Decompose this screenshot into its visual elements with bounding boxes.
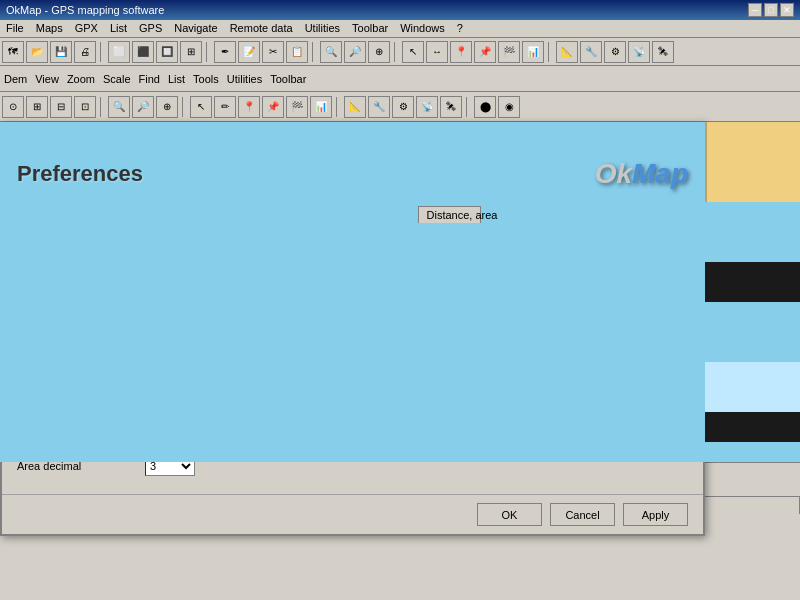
tb3-btn-10[interactable]: 📍 xyxy=(238,96,260,118)
tb3-btn-19[interactable]: ⬤ xyxy=(474,96,496,118)
cancel-button[interactable]: Cancel xyxy=(550,503,615,526)
tb-btn-8[interactable]: ⊞ xyxy=(180,41,202,63)
tb-btn-1[interactable]: 🗺 xyxy=(2,41,24,63)
tb-btn-10[interactable]: 📝 xyxy=(238,41,260,63)
minimize-button[interactable]: ─ xyxy=(748,3,762,17)
tb3-btn-9[interactable]: ✏ xyxy=(214,96,236,118)
toolbar-2: Dem View Zoom Scale Find List Tools Util… xyxy=(0,66,800,92)
tb-btn-2[interactable]: 📂 xyxy=(26,41,48,63)
dialog-header-title: Preferences xyxy=(17,161,143,187)
menu-remote-data[interactable]: Remote data xyxy=(228,22,295,35)
tb-btn-26[interactable]: 🛰 xyxy=(652,41,674,63)
menu-gps[interactable]: GPS xyxy=(137,22,164,35)
tb3-btn-1[interactable]: ⊙ xyxy=(2,96,24,118)
tb-btn-21[interactable]: 📊 xyxy=(522,41,544,63)
tb2-list[interactable]: List xyxy=(168,73,185,85)
menu-utilities[interactable]: Utilities xyxy=(303,22,342,35)
map-block-1 xyxy=(705,122,800,202)
window-title: OkMap - GPS mapping software xyxy=(6,4,164,16)
apply-button[interactable]: Apply xyxy=(623,503,688,526)
tb2-find[interactable]: Find xyxy=(139,73,160,85)
ok-button[interactable]: OK xyxy=(477,503,542,526)
logo-map-text: Map xyxy=(632,158,688,189)
logo-ok-text: Ok xyxy=(595,158,632,189)
tb3-btn-4[interactable]: ⊡ xyxy=(74,96,96,118)
tb2-utilities[interactable]: Utilities xyxy=(227,73,262,85)
tb3-sep-1 xyxy=(100,97,104,117)
menu-help[interactable]: ? xyxy=(455,22,465,35)
tb3-sep-3 xyxy=(336,97,340,117)
toolbar-3: ⊙ ⊞ ⊟ ⊡ 🔍 🔎 ⊕ ↖ ✏ 📍 📌 🏁 📊 📐 🔧 ⚙ 📡 🛰 ⬤ ◉ xyxy=(0,92,800,122)
tb-btn-7[interactable]: 🔲 xyxy=(156,41,178,63)
close-button[interactable]: ✕ xyxy=(780,3,794,17)
tb2-scale[interactable]: Scale xyxy=(103,73,131,85)
menu-navigate[interactable]: Navigate xyxy=(172,22,219,35)
tb-btn-4[interactable]: 🖨 xyxy=(74,41,96,63)
tb3-btn-18[interactable]: 🛰 xyxy=(440,96,462,118)
map-block-4 xyxy=(705,302,800,362)
tb3-btn-2[interactable]: ⊞ xyxy=(26,96,48,118)
right-panel-blocks xyxy=(705,122,800,462)
tb3-btn-17[interactable]: 📡 xyxy=(416,96,438,118)
toolbar-sep-2 xyxy=(206,42,210,62)
tb-btn-25[interactable]: 📡 xyxy=(628,41,650,63)
tb-btn-22[interactable]: 📐 xyxy=(556,41,578,63)
toolbar-sep-4 xyxy=(394,42,398,62)
tb3-sep-4 xyxy=(466,97,470,117)
tb-btn-17[interactable]: ↔ xyxy=(426,41,448,63)
tb2-tools[interactable]: Tools xyxy=(193,73,219,85)
tb3-btn-13[interactable]: 📊 xyxy=(310,96,332,118)
tb3-btn-6[interactable]: 🔎 xyxy=(132,96,154,118)
title-bar: OkMap - GPS mapping software ─ □ ✕ xyxy=(0,0,800,20)
tab-distance-area[interactable]: Distance, area xyxy=(418,206,481,224)
map-block-2 xyxy=(705,202,800,262)
menu-windows[interactable]: Windows xyxy=(398,22,447,35)
tb3-btn-7[interactable]: ⊕ xyxy=(156,96,178,118)
tb-btn-5[interactable]: ⬜ xyxy=(108,41,130,63)
tb-btn-14[interactable]: 🔎 xyxy=(344,41,366,63)
map-block-6 xyxy=(705,412,800,442)
tb-btn-15[interactable]: ⊕ xyxy=(368,41,390,63)
tb3-btn-8[interactable]: ↖ xyxy=(190,96,212,118)
dialog-footer: OK Cancel Apply xyxy=(2,494,703,534)
tb3-btn-5[interactable]: 🔍 xyxy=(108,96,130,118)
tb3-btn-16[interactable]: ⚙ xyxy=(392,96,414,118)
main-area: Preferences ─ □ ✕ Preferences OkMap Gene… xyxy=(0,122,800,462)
menu-toolbar[interactable]: Toolbar xyxy=(350,22,390,35)
tb-btn-9[interactable]: ✒ xyxy=(214,41,236,63)
tb3-btn-12[interactable]: 🏁 xyxy=(286,96,308,118)
tb-btn-6[interactable]: ⬛ xyxy=(132,41,154,63)
menu-maps[interactable]: Maps xyxy=(34,22,65,35)
toolbar-sep-1 xyxy=(100,42,104,62)
tb-btn-18[interactable]: 📍 xyxy=(450,41,472,63)
title-bar-buttons: ─ □ ✕ xyxy=(748,3,794,17)
tb-btn-3[interactable]: 💾 xyxy=(50,41,72,63)
menu-list[interactable]: List xyxy=(108,22,129,35)
tb3-sep-2 xyxy=(182,97,186,117)
tb-btn-13[interactable]: 🔍 xyxy=(320,41,342,63)
maximize-button[interactable]: □ xyxy=(764,3,778,17)
tb2-zoom[interactable]: Zoom xyxy=(67,73,95,85)
tb-btn-11[interactable]: ✂ xyxy=(262,41,284,63)
tb3-btn-15[interactable]: 🔧 xyxy=(368,96,390,118)
menu-gpx[interactable]: GPX xyxy=(73,22,100,35)
menu-bar: File Maps GPX List GPS Navigate Remote d… xyxy=(0,20,800,38)
tb-btn-16[interactable]: ↖ xyxy=(402,41,424,63)
tb2-dem[interactable]: Dem xyxy=(4,73,27,85)
tb2-view[interactable]: View xyxy=(35,73,59,85)
okmap-logo: OkMap xyxy=(595,158,688,190)
tb-btn-23[interactable]: 🔧 xyxy=(580,41,602,63)
tb3-btn-11[interactable]: 📌 xyxy=(262,96,284,118)
tb-btn-19[interactable]: 📌 xyxy=(474,41,496,63)
tb-btn-24[interactable]: ⚙ xyxy=(604,41,626,63)
menu-file[interactable]: File xyxy=(4,22,26,35)
tb2-toolbar[interactable]: Toolbar xyxy=(270,73,306,85)
tb3-btn-14[interactable]: 📐 xyxy=(344,96,366,118)
toolbar-1: 🗺 📂 💾 🖨 ⬜ ⬛ 🔲 ⊞ ✒ 📝 ✂ 📋 🔍 🔎 ⊕ ↖ ↔ 📍 📌 🏁 … xyxy=(0,38,800,66)
tb3-btn-3[interactable]: ⊟ xyxy=(50,96,72,118)
tb3-btn-20[interactable]: ◉ xyxy=(498,96,520,118)
toolbar-sep-3 xyxy=(312,42,316,62)
toolbar-sep-5 xyxy=(548,42,552,62)
tb-btn-20[interactable]: 🏁 xyxy=(498,41,520,63)
tb-btn-12[interactable]: 📋 xyxy=(286,41,308,63)
